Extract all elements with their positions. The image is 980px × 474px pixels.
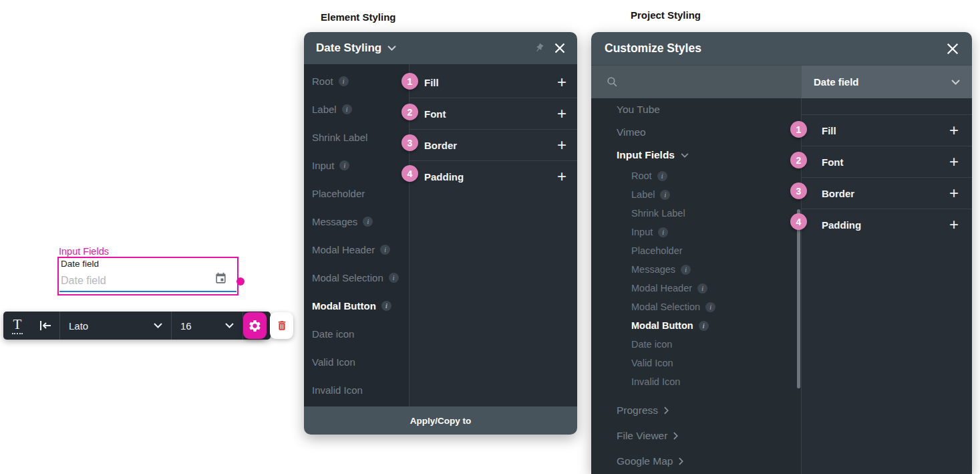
- style-part-input[interactable]: Input: [304, 151, 409, 179]
- style-part-root[interactable]: Root: [304, 67, 409, 95]
- tree-item-label: Valid Icon: [631, 358, 673, 368]
- tree-item-input[interactable]: Input: [591, 223, 801, 241]
- styling-settings-button[interactable]: [243, 312, 267, 339]
- info-icon[interactable]: [363, 217, 373, 227]
- style-row-font[interactable]: Font: [802, 146, 972, 177]
- style-part-messages[interactable]: Messages: [304, 207, 409, 235]
- info-icon[interactable]: [658, 227, 668, 237]
- tree-item-google-map[interactable]: Google Map: [591, 450, 801, 473]
- tree-item-root[interactable]: Root: [591, 166, 801, 185]
- style-part-valid-icon[interactable]: Valid Icon: [304, 348, 409, 376]
- date-field-element[interactable]: Date field Date field: [57, 257, 238, 295]
- tree-item-label: Modal Selection: [631, 302, 700, 312]
- customize-styles-body: You Tube Vimeo Input Fields Root Label S…: [591, 98, 972, 474]
- tree-item-label: Root: [631, 170, 652, 181]
- style-row-font[interactable]: Font: [410, 98, 577, 130]
- tree-item-you-tube[interactable]: You Tube: [591, 98, 801, 121]
- step-badge-2: 2: [790, 152, 807, 168]
- tree-item-progress[interactable]: Progress: [591, 399, 801, 422]
- style-parts-list: Root Label Shrink Label Input Placeholde…: [304, 64, 410, 406]
- style-part-label: Invalid Icon: [312, 384, 363, 396]
- add-icon[interactable]: [949, 154, 959, 170]
- style-row-label: Border: [424, 140, 457, 151]
- style-row-label: Font: [822, 156, 843, 168]
- tree-item-input-fields[interactable]: Input Fields: [591, 144, 801, 166]
- tree-item-label: Google Map: [617, 455, 673, 467]
- style-part-invalid-icon[interactable]: Invalid Icon: [304, 376, 409, 404]
- style-part-placeholder[interactable]: Placeholder: [304, 179, 409, 207]
- tree-item-valid-icon[interactable]: Valid Icon: [591, 354, 801, 372]
- tree-item-modal-header[interactable]: Modal Header: [591, 279, 801, 298]
- pin-icon[interactable]: [532, 41, 546, 55]
- add-icon[interactable]: [949, 185, 959, 201]
- info-icon[interactable]: [339, 160, 349, 170]
- style-search-input[interactable]: [591, 66, 802, 98]
- style-row-padding[interactable]: Padding: [410, 161, 577, 192]
- tree-item-vimeo[interactable]: Vimeo: [591, 121, 801, 144]
- style-part-date-icon[interactable]: Date icon: [304, 320, 409, 348]
- info-icon[interactable]: [681, 265, 691, 275]
- style-row-border[interactable]: Border: [410, 130, 577, 161]
- tree-item-label: Invalid Icon: [631, 376, 680, 387]
- selection-handle[interactable]: [236, 277, 244, 285]
- date-styling-body: Root Label Shrink Label Input Placeholde…: [304, 64, 577, 406]
- info-icon[interactable]: [705, 302, 715, 312]
- tree-item-invalid-icon[interactable]: Invalid Icon: [591, 372, 801, 391]
- calendar-icon[interactable]: [214, 272, 227, 285]
- chevron-right-icon: [664, 406, 669, 414]
- style-part-shrink-label[interactable]: Shrink Label: [304, 123, 409, 151]
- style-properties-list: Fill Font Border Padding: [410, 64, 577, 406]
- close-icon[interactable]: [947, 43, 959, 55]
- chevron-down-icon[interactable]: [387, 45, 396, 51]
- style-row-fill[interactable]: Fill: [802, 114, 972, 146]
- style-row-label: Padding: [822, 219, 861, 231]
- add-icon[interactable]: [557, 168, 566, 185]
- style-part-label: Placeholder: [312, 188, 365, 199]
- info-icon[interactable]: [660, 190, 670, 200]
- add-icon[interactable]: [557, 137, 566, 153]
- align-button[interactable]: [31, 312, 59, 340]
- tree-item-label[interactable]: Label: [591, 185, 801, 204]
- style-part-modal-header[interactable]: Modal Header: [304, 235, 409, 263]
- info-icon[interactable]: [381, 301, 391, 311]
- info-icon[interactable]: [380, 245, 390, 255]
- tree-item-label: Input Fields: [617, 149, 675, 161]
- apply-copy-button[interactable]: Apply/Copy to: [304, 406, 577, 435]
- style-variant-select[interactable]: Date field: [802, 66, 972, 98]
- tree-item-modal-selection[interactable]: Modal Selection: [591, 298, 801, 316]
- add-icon[interactable]: [949, 217, 959, 233]
- style-row-fill[interactable]: Fill: [410, 67, 577, 98]
- close-icon[interactable]: [554, 43, 565, 53]
- info-icon[interactable]: [339, 76, 349, 86]
- tree-scrollbar[interactable]: [797, 209, 800, 388]
- style-part-modal-selection[interactable]: Modal Selection: [304, 263, 409, 291]
- style-properties-list: Fill Font Border Padding: [802, 98, 972, 474]
- info-icon[interactable]: [342, 104, 352, 114]
- tree-item-file-viewer[interactable]: File Viewer: [591, 425, 801, 447]
- info-icon[interactable]: [657, 171, 667, 181]
- style-row-label: Fill: [822, 125, 836, 136]
- style-row-border[interactable]: Border: [802, 177, 972, 209]
- tree-item-date-icon[interactable]: Date icon: [591, 335, 801, 354]
- tree-item-modal-button[interactable]: Modal Button: [591, 316, 801, 335]
- style-row-padding[interactable]: Padding: [802, 209, 972, 240]
- style-part-label: Modal Header: [312, 244, 375, 255]
- add-icon[interactable]: [949, 122, 959, 138]
- tree-item-label: Placeholder: [631, 245, 683, 256]
- add-icon[interactable]: [557, 74, 566, 90]
- tree-item-shrink-label[interactable]: Shrink Label: [591, 204, 801, 223]
- text-style-button[interactable]: T: [3, 312, 31, 340]
- delete-element-button[interactable]: [270, 312, 293, 339]
- add-icon[interactable]: [557, 106, 566, 122]
- info-icon[interactable]: [697, 283, 707, 293]
- tree-item-label: Vimeo: [617, 126, 646, 138]
- font-size-select[interactable]: 16: [172, 312, 242, 340]
- font-family-select[interactable]: Lato: [60, 312, 171, 340]
- style-part-label: Messages: [312, 216, 357, 227]
- info-icon[interactable]: [699, 321, 709, 331]
- style-part-label[interactable]: Label: [304, 95, 409, 123]
- tree-item-placeholder[interactable]: Placeholder: [591, 241, 801, 260]
- info-icon[interactable]: [389, 273, 399, 283]
- style-part-modal-button[interactable]: Modal Button: [304, 291, 409, 320]
- tree-item-messages[interactable]: Messages: [591, 260, 801, 279]
